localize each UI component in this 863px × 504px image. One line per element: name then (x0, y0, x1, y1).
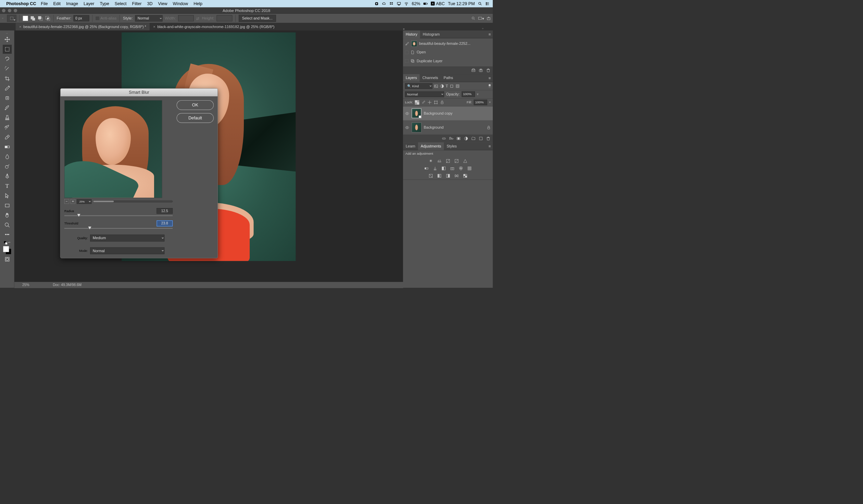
brightness-icon[interactable]: ☀ (428, 158, 433, 164)
trash-icon[interactable] (486, 136, 491, 141)
menu-edit[interactable]: Edit (53, 1, 61, 6)
visibility-icon[interactable] (405, 125, 410, 130)
move-tool[interactable] (3, 35, 12, 44)
canvas-area[interactable]: Smart Blur − + 25% Radius (14, 30, 403, 288)
tool-preset[interactable] (7, 15, 16, 22)
fx-icon[interactable]: fx▾ (449, 136, 453, 141)
layer-thumbnail[interactable] (412, 122, 422, 132)
menu-help[interactable]: Help (193, 1, 202, 6)
share-icon[interactable] (487, 16, 491, 21)
opacity-input[interactable] (462, 92, 475, 97)
document-tab-2[interactable]: ×black-and-white-grayscale-monochrome-11… (150, 23, 278, 30)
vibrance-icon[interactable] (463, 158, 468, 164)
lock-artboard-icon[interactable] (434, 100, 438, 105)
filter-image-icon[interactable] (434, 84, 438, 88)
menu-window[interactable]: Window (173, 1, 188, 6)
tab-history[interactable]: History (403, 30, 420, 38)
threshold-input[interactable] (157, 220, 173, 227)
type-tool[interactable]: T (3, 181, 12, 190)
panel-menu-icon[interactable]: ≡ (489, 76, 491, 80)
filter-adjust-icon[interactable] (440, 84, 444, 88)
layer-thumbnail[interactable] (412, 108, 422, 118)
close-panel-icon[interactable]: × (402, 27, 405, 31)
photo-filter-icon[interactable] (450, 166, 455, 171)
tab-styles[interactable]: Styles (444, 142, 460, 150)
ok-button[interactable]: OK (177, 100, 214, 110)
lock-transparency-icon[interactable] (415, 100, 419, 105)
intersect-selection-icon[interactable] (45, 16, 50, 21)
spotlight-icon[interactable] (478, 2, 483, 6)
bw-icon[interactable] (441, 166, 446, 171)
menu-file[interactable]: File (41, 1, 48, 6)
marquee-tool[interactable] (3, 45, 12, 54)
posterize-icon[interactable] (437, 173, 442, 178)
default-button[interactable]: Default (177, 113, 214, 123)
add-selection-icon[interactable] (30, 16, 36, 21)
menu-type[interactable]: Type (100, 1, 109, 6)
filter-smart-icon[interactable] (455, 84, 460, 88)
battery-status[interactable]: 62% (412, 1, 420, 6)
eraser-tool[interactable] (3, 133, 12, 142)
filter-kind-select[interactable]: 🔍 Kind (405, 83, 433, 89)
quality-select[interactable]: Medium (90, 235, 164, 242)
dialog-title[interactable]: Smart Blur (60, 89, 217, 96)
gradient-map-icon[interactable] (454, 173, 459, 178)
history-brush-tool[interactable] (3, 123, 12, 132)
status-zoom[interactable]: 25% (22, 283, 29, 287)
zoom-select[interactable]: 25% (77, 199, 91, 204)
zoom-tool[interactable] (3, 221, 12, 230)
levels-icon[interactable] (437, 158, 442, 164)
stamp-tool[interactable] (3, 113, 12, 122)
new-layer-icon[interactable] (479, 136, 483, 141)
more-tools[interactable]: ••• (3, 230, 12, 239)
selective-color-icon[interactable] (463, 173, 468, 178)
channel-mixer-icon[interactable] (458, 166, 463, 171)
screen-mode-icon[interactable]: ▾ (478, 16, 484, 21)
document-tab-1[interactable]: ×beautiful-beauty-female-2252368.jpg @ 2… (16, 23, 150, 30)
menu-icon[interactable] (485, 2, 490, 6)
blur-tool[interactable] (3, 152, 12, 161)
path-selection-tool[interactable] (3, 191, 12, 200)
color-balance-icon[interactable] (433, 166, 438, 171)
filter-toggle[interactable] (488, 84, 491, 88)
color-swatches[interactable] (3, 246, 12, 255)
lock-all-icon[interactable] (440, 100, 445, 105)
new-selection-icon[interactable] (23, 16, 28, 21)
tab-adjustments[interactable]: Adjustments (418, 142, 444, 150)
layer-name[interactable]: Background copy (424, 111, 491, 116)
brush-tool[interactable] (3, 103, 12, 112)
close-tab-icon[interactable]: × (153, 25, 155, 29)
tab-learn[interactable]: Learn (403, 142, 418, 150)
menu-3d[interactable]: 3D (147, 1, 152, 6)
tab-layers[interactable]: Layers (403, 74, 420, 82)
rectangle-tool[interactable] (3, 201, 12, 210)
preview-scrollbar[interactable] (93, 201, 173, 203)
filter-shape-icon[interactable] (450, 84, 454, 88)
subtract-selection-icon[interactable] (38, 16, 43, 21)
healing-tool[interactable] (3, 94, 12, 103)
panel-menu-icon[interactable]: ≡ (489, 144, 491, 148)
airplay-icon[interactable] (397, 2, 401, 6)
invert-icon[interactable] (428, 173, 433, 178)
gradient-tool[interactable] (3, 142, 12, 151)
mask-icon[interactable] (456, 136, 461, 141)
wifi-icon[interactable] (404, 2, 409, 6)
select-and-mask-button[interactable]: Select and Mask... (239, 15, 276, 22)
blend-mode-select[interactable]: Normal (405, 91, 444, 97)
app-name[interactable]: Photoshop CC (6, 1, 36, 6)
history-snapshot[interactable]: beautiful-beauty-female-2252... (405, 39, 491, 48)
radius-slider[interactable] (64, 215, 173, 216)
layer-name[interactable]: Background (424, 125, 484, 130)
visibility-icon[interactable] (405, 111, 410, 116)
close-tab-icon[interactable]: × (19, 25, 21, 29)
input-icon[interactable]: AABC (431, 1, 445, 6)
filter-type-icon[interactable]: T (446, 84, 448, 88)
minimize-window[interactable] (8, 9, 11, 12)
lasso-tool[interactable] (3, 54, 12, 63)
curves-icon[interactable] (445, 158, 450, 164)
trash-icon[interactable] (486, 68, 491, 73)
mode-select[interactable]: Normal (90, 247, 164, 254)
pen-tool[interactable] (3, 172, 12, 181)
creative-cloud-icon[interactable] (382, 2, 386, 6)
hue-icon[interactable] (424, 166, 429, 171)
